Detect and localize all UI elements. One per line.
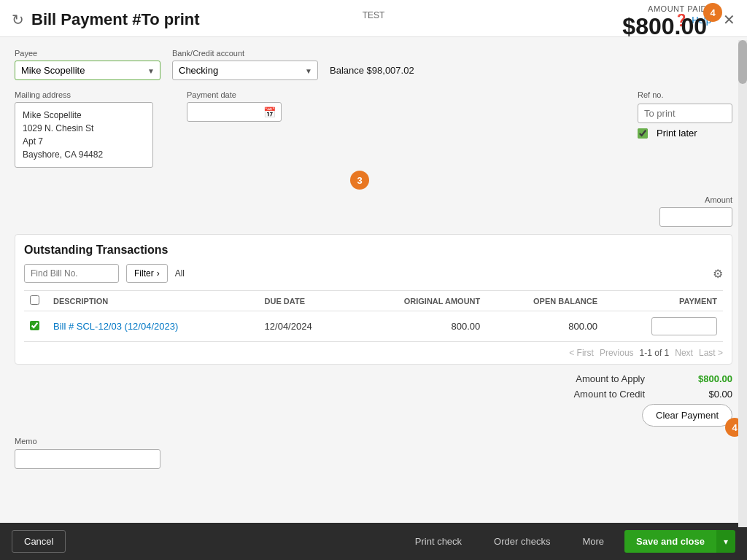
filter-arrow-icon: › (157, 268, 160, 279)
test-badge: TEST (363, 10, 385, 20)
mailing-line-3: Apt 7 (23, 135, 145, 148)
save-close-button[interactable]: Save and close (624, 530, 716, 553)
top-bar-left: ↻ Bill Payment #To print (12, 10, 200, 29)
clear-payment-area: Clear Payment 4 (642, 404, 732, 427)
step-badge-3: 3 (350, 171, 369, 190)
all-label: All (175, 268, 185, 279)
mailing-address-box: Mike Scopellite 1029 N. Chesin St Apt 7 … (15, 102, 153, 168)
first-page-link[interactable]: < First (569, 348, 594, 358)
ref-section: Ref no. Print later (638, 90, 732, 139)
memo-label: Memo (15, 437, 37, 446)
order-checks-button[interactable]: Order checks (482, 531, 562, 552)
page-range: 1-1 of 1 (640, 348, 670, 358)
col-description: DESCRIPTION (47, 291, 259, 311)
mailing-address-group: Mailing address Mike Scopellite 1029 N. … (15, 90, 153, 168)
bill-link[interactable]: Bill # SCL-12/03 (12/04/2023) (53, 321, 178, 332)
amount-to-credit-label: Amount to Credit (573, 389, 645, 400)
amount-to-credit-row: Amount to Credit $0.00 (573, 389, 732, 400)
save-close-dropdown-button[interactable]: ▾ (716, 530, 735, 553)
amount-to-apply-row: Amount to Apply $800.00 (576, 373, 732, 384)
mailing-line-2: 1029 N. Chesin St (23, 122, 145, 135)
cancel-button[interactable]: Cancel (12, 530, 66, 553)
date-wrapper: 12/18/2023 📅 (187, 102, 282, 122)
previous-page-link[interactable]: Previous (600, 348, 634, 358)
col-payment: PAYMENT (603, 291, 723, 311)
bill-payment-window: ↻ Bill Payment #To print TEST ❓ Help ✕ A… (0, 0, 747, 560)
amount-paid-value: $800.00 (622, 13, 707, 40)
payee-bank-row: Payee Mike Scopellite ▼ Bank/Credit acco… (15, 49, 732, 80)
chevron-down-icon: ▾ (724, 537, 728, 547)
print-later-label: Print later (657, 128, 697, 139)
outstanding-transactions-section: Outstanding Transactions Filter › All ⚙ (15, 234, 732, 365)
pagination-row: < First Previous 1-1 of 1 Next Last > (24, 342, 723, 364)
table-row: Bill # SCL-12/03 (12/04/2023) 12/04/2024… (24, 311, 723, 342)
gear-button[interactable]: ⚙ (713, 267, 723, 281)
mailing-address-label: Mailing address (15, 90, 153, 99)
next-page-link[interactable]: Next (675, 348, 693, 358)
find-bill-input[interactable] (24, 264, 119, 283)
bottom-bar: Cancel Print check Order checks More Sav… (0, 523, 747, 560)
row-due-date: 12/04/2024 (259, 311, 350, 342)
amount-to-credit-value: $0.00 (674, 389, 732, 400)
save-close-wrapper: Save and close ▾ (624, 530, 735, 553)
row-description: Bill # SCL-12/03 (12/04/2023) (47, 311, 259, 342)
filter-button[interactable]: Filter › (126, 264, 168, 283)
amount-paid-label: AMOUNT PAID (622, 4, 707, 13)
payee-select-wrapper: Mike Scopellite ▼ (15, 61, 160, 80)
payment-date-group: Payment date 12/18/2023 📅 (187, 90, 282, 122)
last-page-link[interactable]: Last > (699, 348, 723, 358)
print-later-checkbox[interactable] (638, 128, 648, 139)
payee-label: Payee (15, 49, 160, 58)
payee-group: Payee Mike Scopellite ▼ (15, 49, 160, 80)
content-area: Payee Mike Scopellite ▼ Bank/Credit acco… (0, 37, 747, 523)
amount-input[interactable]: 800.00 (659, 207, 732, 227)
mailing-line-1: Mike Scopellite (23, 109, 145, 122)
col-original-amount: ORIGINAL AMOUNT (350, 291, 486, 311)
amount-col: Amount 800.00 (659, 195, 732, 227)
mailing-date-ref-row: Mailing address Mike Scopellite 1029 N. … (15, 90, 732, 168)
select-all-checkbox[interactable] (30, 295, 39, 305)
print-check-button[interactable]: Print check (403, 531, 473, 552)
row-open-balance: 800.00 (486, 311, 603, 342)
refresh-icon: ↻ (12, 11, 24, 28)
amount-to-apply-value: $800.00 (674, 373, 732, 384)
row-payment-input[interactable]: 800.00 (651, 317, 717, 335)
ref-no-input[interactable] (638, 104, 732, 123)
col-check (24, 291, 47, 311)
filter-row: Filter › All ⚙ (24, 264, 723, 283)
close-icon: ✕ (723, 12, 735, 28)
scrollbar-thumb[interactable] (738, 40, 747, 84)
memo-section: Memo (15, 435, 732, 469)
print-later-row: Print later (638, 128, 732, 139)
close-button[interactable]: ✕ (723, 12, 735, 27)
transactions-table: DESCRIPTION DUE DATE ORIGINAL AMOUNT OPE… (24, 290, 723, 342)
top-bar: ↻ Bill Payment #To print TEST ❓ Help ✕ A… (0, 0, 747, 37)
amount-section: Amount 800.00 (15, 195, 732, 227)
totals-area: Amount to Apply $800.00 Amount to Credit… (15, 373, 732, 427)
calendar-icon[interactable]: 📅 (263, 106, 276, 118)
bank-account-group: Bank/Credit account Checking ▼ (172, 49, 318, 80)
bank-account-select-wrapper: Checking ▼ (172, 61, 318, 80)
row-checkbox[interactable] (30, 321, 39, 330)
row-checkbox-cell (24, 311, 47, 342)
amount-col-label: Amount (705, 195, 732, 204)
memo-input[interactable] (15, 449, 160, 469)
payment-date-label: Payment date (187, 90, 282, 99)
row-original-amount: 800.00 (350, 311, 486, 342)
more-button[interactable]: More (570, 531, 616, 552)
col-due-date: DUE DATE (259, 291, 350, 311)
ref-no-label: Ref no. (638, 90, 732, 99)
clear-payment-button[interactable]: Clear Payment (642, 404, 732, 427)
col-open-balance: OPEN BALANCE (486, 291, 603, 311)
step-badge-4-top: 4 (703, 3, 722, 22)
page-title: Bill Payment #To print (31, 10, 200, 29)
amount-paid-section: AMOUNT PAID $800.00 (622, 4, 707, 40)
mailing-line-4: Bayshore, CA 94482 (23, 148, 145, 161)
outstanding-title: Outstanding Transactions (24, 244, 723, 257)
step3-area: 3 (15, 178, 732, 192)
row-payment-cell: 800.00 (603, 311, 723, 342)
scrollbar-track[interactable] (738, 40, 747, 527)
bank-account-select[interactable]: Checking (172, 61, 318, 80)
payee-select[interactable]: Mike Scopellite (15, 61, 160, 80)
amount-to-apply-label: Amount to Apply (576, 373, 645, 384)
